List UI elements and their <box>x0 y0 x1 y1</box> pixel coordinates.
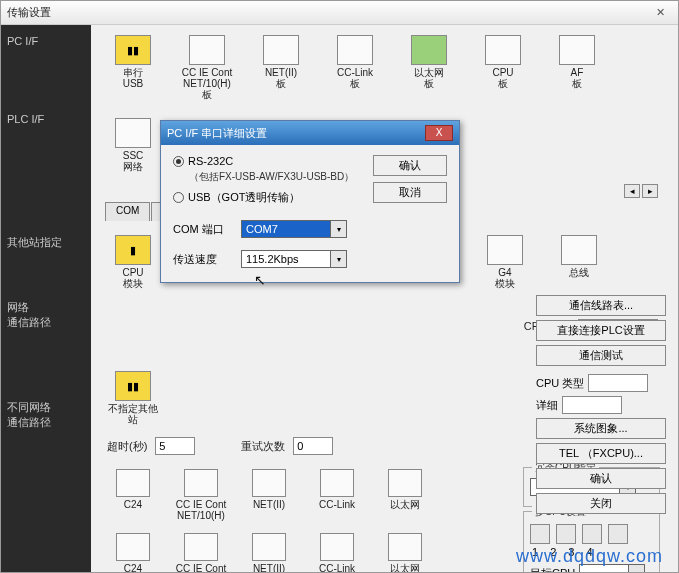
eth-icon <box>411 35 447 65</box>
radio-rs232c[interactable]: RS-232C <box>173 155 365 167</box>
sidebar-item-plcif[interactable]: PLC I/F <box>1 103 91 135</box>
close-button[interactable]: 关闭 <box>536 493 666 514</box>
ccie-icon <box>189 35 225 65</box>
titlebar: 传输设置 ✕ <box>1 1 678 25</box>
rs232c-note: （包括FX-USB-AW/FX3U-USB-BD） <box>189 170 365 184</box>
station-icon: ▮▮ <box>115 371 151 401</box>
pcif-eth[interactable]: 以太网 板 <box>401 35 457 100</box>
ok-button[interactable]: 确认 <box>536 468 666 489</box>
plcif-g4[interactable]: G4 模块 <box>477 235 533 289</box>
sys-image-button[interactable]: 系统图象... <box>536 418 666 439</box>
sidebar-item-station[interactable]: 其他站指定 <box>1 225 91 260</box>
ccie2-icon <box>184 469 218 497</box>
netroute-row: C24 CC IE Cont NET/10(H) NET(II) CC-Link… <box>97 463 517 527</box>
net22-icon <box>252 469 286 497</box>
tab-com[interactable]: COM <box>105 202 150 221</box>
cpu-type-label: CPU 类型 <box>536 376 584 391</box>
plc-cpu-icon: ▮ <box>115 235 151 265</box>
serial-usb-icon: ▮▮ <box>115 35 151 65</box>
dialog-ok-button[interactable]: 确认 <box>373 155 447 176</box>
nr-net2[interactable]: NET(II) <box>241 469 297 521</box>
right-button-col: 通信线路表... 直接连接PLC设置 通信测试 CPU 类型 详细 系统图象..… <box>536 295 666 514</box>
comm-test-button[interactable]: 通信测试 <box>536 345 666 366</box>
station-nospec[interactable]: ▮▮不指定其他站 <box>105 371 161 425</box>
cpu-slot-4[interactable] <box>608 524 628 544</box>
cclink-icon <box>337 35 373 65</box>
com-port-label: COM 端口 <box>173 222 233 237</box>
tel-button[interactable]: TEL （FXCPU)... <box>536 443 666 464</box>
detail-label: 详细 <box>536 398 558 413</box>
pcif-ssc[interactable]: SSC 网络 <box>105 118 161 172</box>
nr-eth[interactable]: 以太网 <box>377 469 433 521</box>
bus-icon <box>561 235 597 265</box>
c24b-icon <box>116 533 150 561</box>
pcif-ccie[interactable]: CC IE Cont NET/10(H)板 <box>179 35 235 100</box>
com-port-combo[interactable] <box>241 220 331 238</box>
dn-c24[interactable]: C24 <box>105 533 161 572</box>
radio-dot-icon <box>173 192 184 203</box>
c24-icon <box>116 469 150 497</box>
direct-conn-button[interactable]: 直接连接PLC设置 <box>536 320 666 341</box>
cpu-slot-1[interactable] <box>530 524 550 544</box>
chevron-down-icon[interactable]: ▾ <box>331 220 347 238</box>
ssc-icon <box>115 118 151 148</box>
sidebar-item-diffnet[interactable]: 不同网络 通信路径 <box>1 390 91 440</box>
transfer-settings-window: 传输设置 ✕ PC I/F PLC I/F 其他站指定 网络 通信路径 不同网络… <box>0 0 679 573</box>
cclink3-icon <box>320 533 354 561</box>
detail-input[interactable] <box>562 396 622 414</box>
pcif-af[interactable]: AF 板 <box>549 35 605 100</box>
pcif-serial-detail-dialog: PC I/F 串口详细设置 X RS-232C （包括FX-USB-AW/FX3… <box>160 120 460 283</box>
plcif-cpu[interactable]: ▮CPU 模块 <box>105 235 161 289</box>
pcif-serial-usb[interactable]: ▮▮串行 USB <box>105 35 161 100</box>
dn-net2[interactable]: NET(II) <box>241 533 297 572</box>
radio-usb-got[interactable]: USB（GOT透明传输） <box>173 190 365 205</box>
timeout-input[interactable] <box>155 437 195 455</box>
cpu-type-input[interactable] <box>588 374 648 392</box>
dialog-title: PC I/F 串口详细设置 <box>167 126 425 141</box>
cpu-icon <box>485 35 521 65</box>
sidebar: PC I/F PLC I/F 其他站指定 网络 通信路径 不同网络 通信路径 <box>1 25 91 572</box>
retry-input[interactable] <box>293 437 333 455</box>
eth3-icon <box>388 533 422 561</box>
chevron-down-icon[interactable]: ▾ <box>331 250 347 268</box>
nr-ccie[interactable]: CC IE Cont NET/10(H) <box>173 469 229 521</box>
cclink2-icon <box>320 469 354 497</box>
route-table-button[interactable]: 通信线路表... <box>536 295 666 316</box>
scroll-left-icon[interactable]: ◂ <box>624 184 640 198</box>
content-area: ▮▮串行 USB CC IE Cont NET/10(H)板 NET(II) 板… <box>91 25 678 572</box>
dn-eth[interactable]: 以太网 <box>377 533 433 572</box>
radio-dot-icon <box>173 156 184 167</box>
scroll-right-icon[interactable]: ▸ <box>642 184 658 198</box>
plcif-bus[interactable]: 总线 <box>551 235 607 289</box>
net23-icon <box>252 533 286 561</box>
pcif-net2[interactable]: NET(II) 板 <box>253 35 309 100</box>
diffnet-row: C24 CC IE Cont NET/10(H) NET(II) CC-Link… <box>97 527 517 572</box>
window-title: 传输设置 <box>7 5 648 20</box>
sidebar-item-netroute[interactable]: 网络 通信路径 <box>1 290 91 340</box>
baud-label: 传送速度 <box>173 252 233 267</box>
cpu-slot-2[interactable] <box>556 524 576 544</box>
timeout-label: 超时(秒) <box>107 439 147 454</box>
retry-label: 重试次数 <box>241 439 285 454</box>
dn-ccie[interactable]: CC IE Cont NET/10(H) <box>173 533 229 572</box>
nr-cclink[interactable]: CC-Link <box>309 469 365 521</box>
dn-cclink[interactable]: CC-Link <box>309 533 365 572</box>
cpu-slot-3[interactable] <box>582 524 602 544</box>
eth2-icon <box>388 469 422 497</box>
dialog-cancel-button[interactable]: 取消 <box>373 182 447 203</box>
dialog-titlebar: PC I/F 串口详细设置 X <box>161 121 459 145</box>
pcif-cpu[interactable]: CPU 板 <box>475 35 531 100</box>
watermark: www.dqdqw.com <box>516 546 663 567</box>
sidebar-item-pcif[interactable]: PC I/F <box>1 25 91 57</box>
af-icon <box>559 35 595 65</box>
baud-combo[interactable] <box>241 250 331 268</box>
net2-icon <box>263 35 299 65</box>
ccie3-icon <box>184 533 218 561</box>
g4-icon <box>487 235 523 265</box>
close-icon[interactable]: ✕ <box>648 6 672 19</box>
dialog-close-icon[interactable]: X <box>425 125 453 141</box>
pcif-cclink[interactable]: CC-Link 板 <box>327 35 383 100</box>
nr-c24[interactable]: C24 <box>105 469 161 521</box>
